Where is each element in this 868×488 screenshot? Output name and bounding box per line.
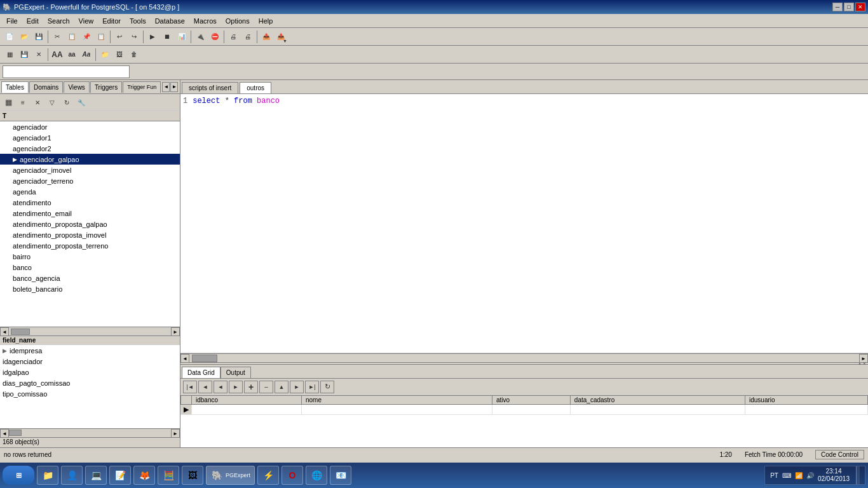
taskbar-app-chrome[interactable]: 🌐 [306, 466, 327, 485]
taskbar-app-calc[interactable]: 🧮 [158, 466, 179, 485]
dg-next-page[interactable]: ► [229, 381, 243, 393]
taskbar-app-users[interactable]: 👤 [61, 466, 83, 485]
dg-add[interactable]: + [244, 381, 258, 393]
minimize-button[interactable]: ─ [832, 3, 843, 11]
tab-views[interactable]: Views [64, 81, 90, 93]
list-item[interactable]: atendimento_proposta_terreno [0, 240, 180, 251]
dg-next[interactable]: ► [290, 381, 304, 393]
restore-button[interactable]: □ [844, 3, 854, 11]
taskbar-app-mail[interactable]: 📧 [330, 466, 351, 485]
tb2-grid[interactable]: ▦ [3, 48, 17, 62]
tb-misc1[interactable]: 📤 [259, 30, 273, 44]
field-hscroll-right[interactable]: ► [171, 429, 180, 438]
tb-disconnect[interactable]: ⛔ [208, 30, 222, 44]
tab-outros[interactable]: outros [240, 82, 271, 93]
list-item[interactable]: banco [0, 262, 180, 273]
table-list-hscroll[interactable]: ◄ ► [0, 327, 180, 336]
tb2-font-big[interactable]: AA [50, 48, 64, 62]
tab-scroll-right[interactable]: ► [170, 82, 178, 92]
field-item[interactable]: idagenciador [0, 356, 180, 367]
lt-filter[interactable]: ▽ [45, 95, 59, 109]
list-item[interactable]: banco_agencia [0, 273, 180, 283]
field-hscroll[interactable]: ◄ ► [0, 428, 180, 437]
dg-col-ativo[interactable]: ativo [492, 396, 570, 405]
dg-refresh[interactable]: ↻ [320, 381, 334, 393]
tb-execute[interactable]: ▶ [146, 30, 159, 44]
menu-view[interactable]: View [75, 16, 98, 26]
cell-idbanco[interactable] [192, 405, 302, 415]
list-item[interactable]: atendimento_email [0, 208, 180, 219]
tb2-font-med[interactable]: aa [65, 48, 79, 62]
dg-up[interactable]: ▲ [275, 381, 288, 393]
tab-data-grid[interactable]: Data Grid [182, 367, 220, 378]
menu-file[interactable]: File [3, 16, 22, 26]
tb-copy[interactable]: 📋 [65, 30, 79, 44]
tb2-del[interactable]: 🗑 [127, 48, 141, 62]
tab-output[interactable]: Output [220, 367, 251, 378]
menu-edit[interactable]: Edit [23, 16, 43, 26]
cell-idusuario[interactable] [745, 405, 867, 415]
tb-new[interactable]: 📄 [3, 30, 17, 44]
list-item-selected[interactable]: ▶ agenciador_galpao [0, 154, 180, 165]
field-item[interactable]: ▶ idempresa [0, 345, 180, 356]
dg-col-idbanco[interactable]: idbanco [192, 396, 302, 405]
cell-data-cadastro[interactable] [570, 405, 745, 415]
field-item[interactable]: tipo_comissao [0, 388, 180, 399]
code-control-button[interactable]: Code Control [815, 450, 864, 459]
tb2-folder[interactable]: 📁 [98, 48, 112, 62]
show-desktop-button[interactable] [856, 466, 860, 484]
tab-triggers[interactable]: Triggers [90, 81, 122, 93]
list-item[interactable]: bairro [0, 251, 180, 262]
tb-print2[interactable]: 🖨 [241, 30, 255, 44]
menu-tools[interactable]: Tools [126, 16, 150, 26]
tb2-font-sml[interactable]: Aa [79, 48, 93, 62]
field-hscroll-left[interactable]: ◄ [0, 429, 9, 438]
address-input[interactable] [3, 65, 130, 78]
taskbar-app-explorer[interactable]: 📁 [37, 466, 58, 485]
tb-save[interactable]: 💾 [32, 30, 46, 44]
list-item[interactable]: atendimento [0, 197, 180, 208]
taskbar-app-speedy[interactable]: ⚡ [257, 466, 279, 485]
menu-search[interactable]: Search [44, 16, 74, 26]
editor-hscroll-left[interactable]: ◄ [180, 354, 189, 363]
tab-scripts-of-insert[interactable]: scripts of insert [182, 82, 238, 93]
lt-wrench[interactable]: 🔧 [74, 95, 88, 109]
list-item[interactable]: agenciador_terreno [0, 175, 180, 186]
editor-hscroll[interactable]: ◄ ► [180, 353, 868, 362]
dg-first[interactable]: |◄ [183, 381, 197, 393]
close-button[interactable]: ✕ [855, 3, 865, 11]
field-item[interactable]: idgalpao [0, 367, 180, 377]
taskbar-app-notepad[interactable]: 📝 [109, 466, 131, 485]
menu-help[interactable]: Help [255, 16, 277, 26]
list-item[interactable]: agenciador [0, 121, 180, 132]
list-item[interactable]: atendimento_proposta_galpao [0, 219, 180, 229]
tb-redo[interactable]: ↪ [127, 30, 141, 44]
list-item[interactable]: boleto_bancario [0, 283, 180, 294]
tab-scroll-left[interactable]: ◄ [162, 82, 170, 92]
taskbar-app-firefox[interactable]: 🦊 [133, 466, 155, 485]
menu-database[interactable]: Database [151, 16, 189, 26]
list-item[interactable]: agenda [0, 186, 180, 197]
list-item[interactable]: atendimento_proposta_imovel [0, 229, 180, 240]
list-item[interactable]: agenciador2 [0, 143, 180, 154]
cell-ativo[interactable] [492, 405, 570, 415]
tb-undo[interactable]: ↩ [112, 30, 126, 44]
tb-connect[interactable]: 🔌 [193, 30, 207, 44]
lt-refresh[interactable]: ↻ [60, 95, 74, 109]
tb2-save2[interactable]: 💾 [17, 48, 31, 62]
tb-paste2[interactable]: 📋 [94, 30, 108, 44]
dg-col-nome[interactable]: nome [301, 396, 492, 405]
tb-cut[interactable]: ✂ [50, 30, 64, 44]
taskbar-app-console[interactable]: 💻 [85, 466, 107, 485]
start-button[interactable]: ⊞ [3, 466, 34, 485]
taskbar-app-pgexpert[interactable]: 🐘 PGExpert [206, 466, 255, 485]
dg-col-data-cadastro[interactable]: data_cadastro [570, 396, 745, 405]
hscroll-left[interactable]: ◄ [0, 327, 9, 336]
taskbar-app-opera[interactable]: O [281, 466, 303, 485]
tb-open[interactable]: 📂 [17, 30, 31, 44]
dg-delete[interactable]: − [259, 381, 273, 393]
menu-options[interactable]: Options [222, 16, 254, 26]
list-item[interactable]: agenciador1 [0, 132, 180, 143]
tab-trigger-func[interactable]: Trigger Fun [123, 81, 161, 93]
menu-editor[interactable]: Editor [98, 16, 125, 26]
